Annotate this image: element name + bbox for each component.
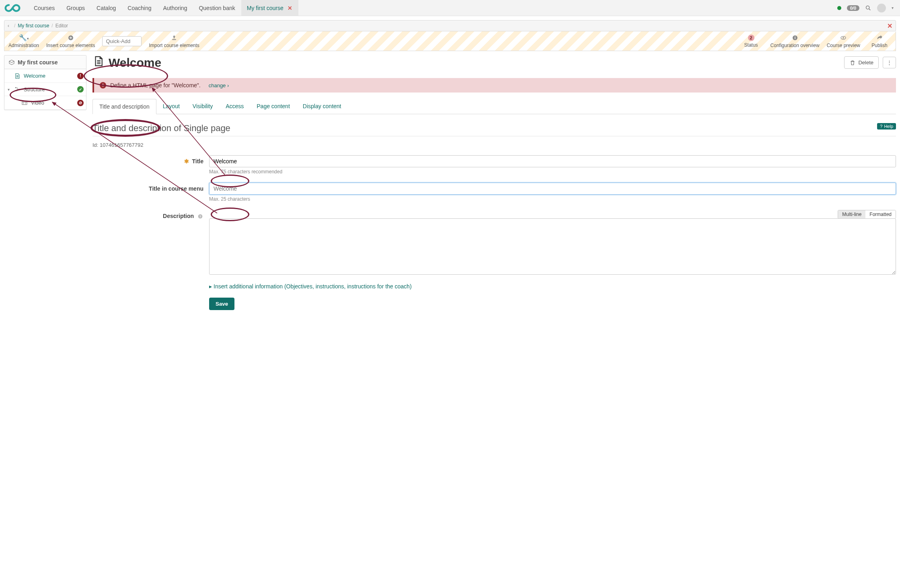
- description-label: Description ?: [92, 210, 209, 220]
- svg-text:?: ?: [199, 215, 201, 218]
- toolbar-administration[interactable]: 🔧▾ Administration: [8, 34, 39, 48]
- menu-title-input[interactable]: [209, 183, 896, 195]
- quick-add-input[interactable]: [102, 36, 142, 46]
- alert-change-link[interactable]: change ›: [209, 82, 229, 88]
- svg-rect-3: [172, 39, 176, 40]
- eye-icon: [840, 34, 847, 41]
- alert-banner: ! Define a HTML page for "Welcome". chan…: [92, 78, 896, 93]
- upload-icon: [171, 34, 177, 41]
- element-id: Id: 107461657767792: [92, 142, 896, 148]
- description-mode-toggle: Multi-line Formatted: [838, 210, 896, 219]
- sidebar-item-label: Structure: [24, 86, 45, 93]
- seg-multiline[interactable]: Multi-line: [838, 210, 865, 218]
- tab-title-description[interactable]: Title and description: [92, 99, 156, 114]
- svg-text:i: i: [794, 36, 795, 40]
- breadcrumb-close-icon[interactable]: ✕: [887, 22, 892, 30]
- search-icon[interactable]: [865, 4, 871, 12]
- sidebar-item-structure[interactable]: ▾ Structure ✓: [4, 83, 86, 97]
- nav-tab-courses[interactable]: Courses: [28, 0, 61, 16]
- app-logo[interactable]: [0, 0, 28, 16]
- share-arrow-icon: [876, 34, 883, 41]
- breadcrumb-back-icon[interactable]: ‹: [8, 23, 9, 29]
- caret-right-icon: ▸: [209, 283, 212, 290]
- alert-icon: !: [100, 82, 106, 88]
- nav-tab-authoring[interactable]: Authoring: [157, 0, 193, 16]
- chevron-down-icon[interactable]: ▾: [8, 87, 10, 92]
- structure-icon: [14, 86, 21, 93]
- delete-button[interactable]: Delete: [844, 56, 879, 69]
- svg-rect-11: [22, 101, 27, 105]
- toolbar-insert-elements[interactable]: Insert course elements: [46, 34, 95, 48]
- course-tree-header[interactable]: My first course: [4, 56, 86, 69]
- page-title-text: Welcome: [109, 56, 161, 70]
- top-nav: Courses Groups Catalog Coaching Authorin…: [0, 0, 900, 16]
- toolbar-import-elements[interactable]: Import course elements: [149, 34, 199, 48]
- breadcrumb: ‹ / My first course / Editor ✕: [4, 20, 896, 31]
- nav-tab-coaching[interactable]: Coaching: [122, 0, 157, 16]
- counter-badge[interactable]: 0/0: [847, 5, 859, 11]
- title-input[interactable]: [209, 155, 896, 167]
- sidebar-item-video[interactable]: Video ⊘: [4, 96, 86, 110]
- nav-tab-active-course[interactable]: My first course ✕: [241, 0, 298, 16]
- warning-badge-icon: !: [77, 73, 84, 79]
- tab-layout[interactable]: Layout: [156, 99, 186, 114]
- toolbar-config-overview[interactable]: i Configuration overview: [771, 34, 820, 48]
- breadcrumb-course[interactable]: My first course: [18, 23, 49, 29]
- svg-line-1: [869, 9, 870, 10]
- tab-display-content[interactable]: Display content: [296, 99, 348, 114]
- alert-text: Define a HTML page for "Welcome".: [110, 82, 201, 88]
- course-tree-title: My first course: [18, 59, 58, 66]
- svg-point-7: [843, 37, 844, 39]
- section-tabs: Title and description Layout Visibility …: [92, 99, 896, 114]
- check-badge-icon: ✓: [77, 86, 84, 93]
- status-count-badge: 2: [748, 35, 754, 41]
- box-icon: [8, 59, 15, 66]
- course-tree: My first course Welcome ! ▾ Structure ✓ …: [4, 55, 86, 110]
- main-content: Welcome Delete ⋮ ! Define a HTML page fo…: [92, 55, 896, 313]
- tab-access[interactable]: Access: [219, 99, 250, 114]
- insert-additional-info-link[interactable]: ▸ Insert additional information (Objecti…: [209, 283, 412, 290]
- wrench-icon: 🔧▾: [19, 34, 29, 41]
- editor-toolbar: 🔧▾ Administration Insert course elements…: [4, 31, 896, 51]
- info-circle-icon: i: [792, 34, 798, 41]
- page-icon: [92, 55, 105, 70]
- close-icon[interactable]: ✕: [288, 5, 292, 11]
- svg-point-9: [15, 90, 16, 92]
- breadcrumb-current: Editor: [55, 23, 68, 29]
- title-hint: Max. 75 characters recommended: [209, 169, 896, 175]
- nav-tab-active-label: My first course: [247, 5, 284, 11]
- menu-title-hint: Max. 25 characters: [209, 196, 896, 202]
- title-label: ✱ Title: [92, 155, 209, 164]
- avatar[interactable]: [877, 4, 886, 12]
- blocked-badge-icon: ⊘: [77, 100, 84, 106]
- tab-visibility[interactable]: Visibility: [186, 99, 219, 114]
- section-heading: ? Help Title and description of Single p…: [92, 123, 896, 136]
- status-dot-icon: [837, 6, 841, 10]
- page-title: Welcome: [92, 55, 161, 70]
- infinity-icon: [4, 3, 23, 13]
- toolbar-status[interactable]: 2 Status: [739, 35, 763, 48]
- svg-point-8: [15, 87, 16, 88]
- save-button[interactable]: Save: [209, 298, 234, 310]
- seg-formatted[interactable]: Formatted: [865, 210, 896, 218]
- toolbar-publish[interactable]: Publish: [867, 34, 892, 48]
- kebab-icon: ⋮: [887, 60, 892, 66]
- required-icon: ✱: [184, 158, 189, 164]
- sidebar-item-welcome[interactable]: Welcome !: [4, 69, 86, 83]
- help-icon[interactable]: ?: [197, 213, 203, 219]
- help-icon: ?: [880, 124, 882, 129]
- description-textarea[interactable]: [209, 218, 896, 275]
- menu-title-label: Title in course menu: [92, 183, 209, 192]
- trash-icon: [849, 59, 856, 66]
- nav-tab-question-bank[interactable]: Question bank: [193, 0, 241, 16]
- tab-page-content[interactable]: Page content: [250, 99, 296, 114]
- help-button[interactable]: ? Help: [877, 123, 896, 130]
- nav-tab-groups[interactable]: Groups: [61, 0, 91, 16]
- svg-point-10: [18, 89, 20, 90]
- chevron-down-icon[interactable]: ▾: [892, 6, 894, 10]
- toolbar-course-preview[interactable]: Course preview: [827, 34, 860, 48]
- sidebar-item-label: Video: [31, 100, 44, 106]
- more-actions-button[interactable]: ⋮: [883, 57, 896, 68]
- sidebar-item-label: Welcome: [24, 73, 45, 79]
- nav-tab-catalog[interactable]: Catalog: [91, 0, 122, 16]
